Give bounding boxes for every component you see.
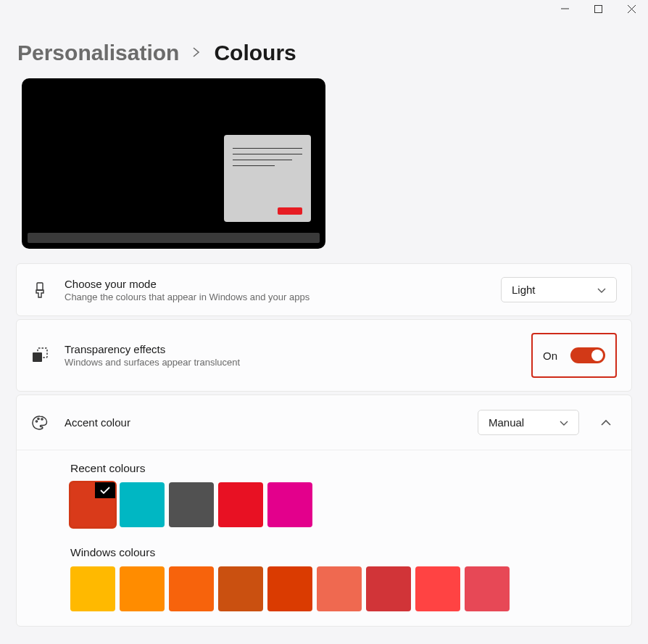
windows-colours-row	[70, 566, 617, 611]
transparency-card: Transparency effects Windows and surface…	[16, 319, 632, 392]
svg-point-8	[38, 418, 39, 419]
recent-colours-row	[70, 482, 617, 527]
chevron-down-icon	[597, 284, 606, 296]
recent-colour-swatch[interactable]	[169, 482, 214, 527]
accent-card: Accent colour Manual Recent colours Wind…	[16, 395, 632, 627]
transparency-state-label: On	[543, 350, 557, 362]
svg-point-7	[36, 420, 37, 421]
mode-selected: Light	[512, 284, 536, 296]
windows-colours-label: Windows colours	[70, 546, 617, 559]
transparency-icon	[31, 347, 49, 364]
windows-colour-swatch[interactable]	[70, 566, 115, 611]
mode-dropdown[interactable]: Light	[501, 277, 617, 302]
svg-rect-1	[594, 5, 602, 12]
recent-colour-swatch[interactable]	[218, 482, 263, 527]
chevron-right-icon	[192, 46, 201, 61]
transparency-title: Transparency effects	[65, 343, 515, 355]
windows-colour-swatch[interactable]	[366, 566, 411, 611]
windows-colour-swatch[interactable]	[267, 566, 312, 611]
close-button[interactable]	[615, 0, 648, 17]
transparency-subtitle: Windows and surfaces appear translucent	[65, 357, 515, 368]
brush-icon	[31, 281, 49, 299]
preview-accent-dot	[278, 207, 302, 215]
window-titlebar	[0, 0, 648, 23]
windows-colour-swatch[interactable]	[465, 566, 510, 611]
windows-colour-swatch[interactable]	[120, 566, 165, 611]
mode-subtitle: Change the colours that appear in Window…	[65, 292, 485, 302]
recent-colours-label: Recent colours	[70, 462, 617, 475]
breadcrumb: Personalisation Colours	[0, 23, 648, 78]
recent-colour-swatch[interactable]	[120, 482, 165, 527]
windows-colour-swatch[interactable]	[169, 566, 214, 611]
mode-card: Choose your mode Change the colours that…	[16, 263, 632, 316]
chevron-down-icon	[560, 416, 568, 429]
desktop-preview	[22, 78, 325, 249]
maximize-button[interactable]	[581, 0, 615, 17]
accent-mode-selected: Manual	[489, 416, 524, 429]
minimize-button[interactable]	[548, 0, 581, 17]
svg-rect-4	[37, 283, 43, 290]
svg-point-9	[41, 418, 43, 419]
recent-colour-swatch[interactable]	[267, 482, 312, 527]
recent-colour-swatch[interactable]	[70, 482, 115, 527]
palette-icon	[31, 414, 49, 432]
windows-colour-swatch[interactable]	[317, 566, 362, 611]
preview-window	[224, 135, 311, 222]
transparency-toggle[interactable]	[570, 347, 605, 363]
accent-mode-dropdown[interactable]: Manual	[478, 410, 579, 435]
checkmark-icon	[95, 482, 115, 498]
mode-title: Choose your mode	[65, 278, 485, 290]
collapse-button[interactable]	[595, 419, 617, 426]
windows-colour-swatch[interactable]	[415, 566, 460, 611]
page-title: Colours	[214, 41, 296, 65]
transparency-highlight: On	[531, 333, 617, 378]
windows-colour-swatch[interactable]	[218, 566, 263, 611]
breadcrumb-parent[interactable]: Personalisation	[17, 41, 179, 65]
preview-taskbar	[28, 233, 320, 243]
accent-title: Accent colour	[65, 416, 462, 429]
